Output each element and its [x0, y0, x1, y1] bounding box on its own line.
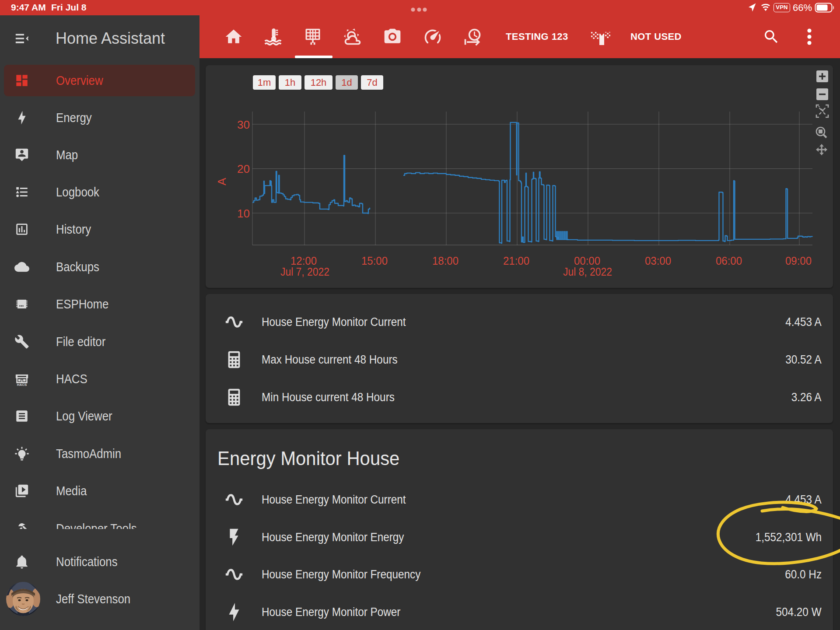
- svg-text:15:00: 15:00: [361, 254, 388, 267]
- svg-text:HACS: HACS: [17, 383, 27, 386]
- svg-text:10: 10: [237, 207, 250, 220]
- svg-text:03:00: 03:00: [645, 254, 671, 267]
- svg-text:21:00: 21:00: [503, 254, 529, 267]
- svg-text:Jul 8, 2022: Jul 8, 2022: [563, 265, 612, 278]
- svg-text:09:00: 09:00: [785, 254, 812, 267]
- svg-text:18:00: 18:00: [432, 254, 458, 267]
- svg-text:20: 20: [237, 162, 250, 175]
- svg-text:A: A: [215, 178, 228, 186]
- svg-text:06:00: 06:00: [716, 254, 742, 267]
- svg-text:Jul 7, 2022: Jul 7, 2022: [280, 265, 329, 278]
- svg-text:30: 30: [237, 118, 250, 131]
